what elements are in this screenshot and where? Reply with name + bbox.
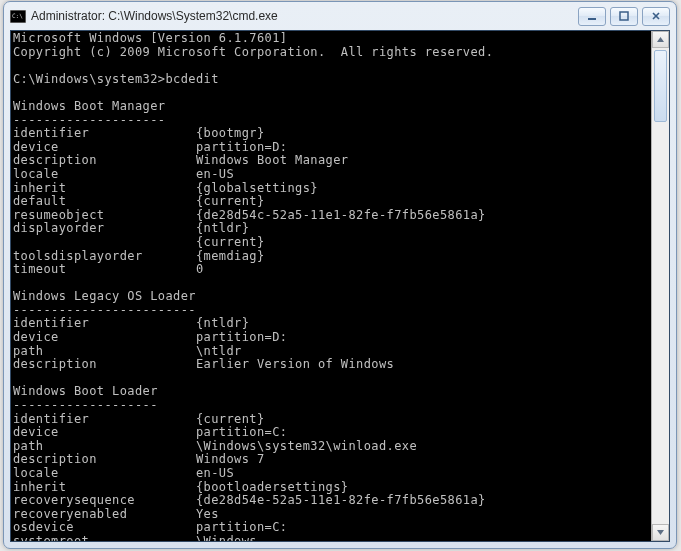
scroll-up-button[interactable] bbox=[652, 31, 669, 48]
cmd-icon: C:\ bbox=[10, 9, 26, 23]
svg-marker-7 bbox=[657, 530, 664, 535]
terminal-output[interactable]: Microsoft Windows [Version 6.1.7601] Cop… bbox=[11, 31, 651, 541]
console-window: C:\ Administrator: C:\Windows\System32\c… bbox=[3, 1, 677, 549]
titlebar[interactable]: C:\ Administrator: C:\Windows\System32\c… bbox=[4, 2, 676, 30]
svg-rect-3 bbox=[620, 12, 628, 20]
svg-marker-6 bbox=[657, 37, 664, 42]
svg-text:C:\: C:\ bbox=[12, 12, 23, 19]
vertical-scrollbar[interactable] bbox=[651, 31, 669, 541]
close-button[interactable] bbox=[642, 7, 670, 26]
scroll-down-button[interactable] bbox=[652, 524, 669, 541]
svg-rect-2 bbox=[588, 18, 596, 20]
window-title: Administrator: C:\Windows\System32\cmd.e… bbox=[31, 9, 578, 23]
window-buttons bbox=[578, 7, 670, 26]
maximize-button[interactable] bbox=[610, 7, 638, 26]
client-area: Microsoft Windows [Version 6.1.7601] Cop… bbox=[10, 30, 670, 542]
scrollbar-thumb[interactable] bbox=[654, 50, 667, 122]
minimize-button[interactable] bbox=[578, 7, 606, 26]
